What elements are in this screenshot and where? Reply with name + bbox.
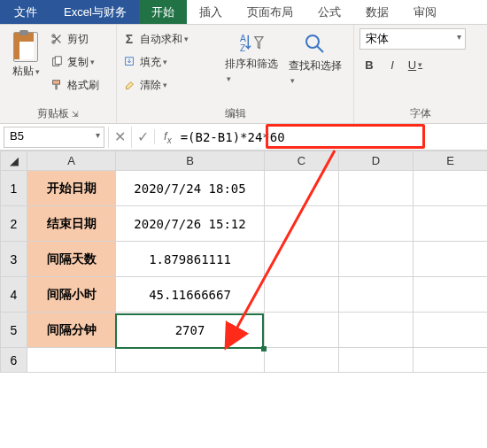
name-box[interactable]: B5 bbox=[4, 127, 104, 148]
cancel-formula-button[interactable]: ✕ bbox=[108, 127, 131, 148]
cell[interactable] bbox=[116, 348, 265, 373]
group-label-editing: 编辑 bbox=[117, 105, 353, 123]
cell[interactable] bbox=[265, 277, 339, 313]
cell[interactable] bbox=[339, 206, 414, 242]
cell-B2[interactable]: 2020/7/26 15:12 bbox=[116, 206, 265, 242]
row-header[interactable]: 3 bbox=[1, 242, 27, 277]
magnifier-icon bbox=[303, 32, 328, 57]
cell[interactable] bbox=[265, 242, 339, 277]
cell-A2[interactable]: 结束日期 bbox=[27, 206, 116, 242]
cell-B4[interactable]: 45.11666667 bbox=[116, 277, 265, 313]
row-header[interactable]: 6 bbox=[1, 348, 27, 373]
cell[interactable] bbox=[414, 206, 488, 242]
tab-insert[interactable]: 插入 bbox=[187, 0, 235, 24]
italic-button[interactable]: I bbox=[383, 55, 402, 74]
find-select-button[interactable]: 查找和选择▾ bbox=[283, 28, 347, 105]
svg-text:Z: Z bbox=[240, 43, 245, 53]
cell[interactable] bbox=[339, 242, 414, 277]
svg-rect-3 bbox=[55, 57, 61, 65]
fill-handle[interactable] bbox=[261, 346, 267, 351]
format-painter-button[interactable]: 格式刷 bbox=[50, 74, 99, 96]
tab-data[interactable]: 数据 bbox=[353, 0, 401, 24]
row-header[interactable]: 4 bbox=[1, 277, 27, 313]
enter-formula-button[interactable]: ✓ bbox=[131, 127, 154, 148]
cell-A3[interactable]: 间隔天数 bbox=[27, 242, 116, 277]
cell[interactable] bbox=[265, 206, 339, 242]
cell-A5[interactable]: 间隔分钟 bbox=[27, 313, 116, 348]
autosum-button[interactable]: Σ 自动求和▾ bbox=[122, 28, 220, 50]
row-header[interactable]: 5 bbox=[1, 313, 27, 348]
font-name-combo[interactable]: 宋体 bbox=[359, 28, 466, 50]
cell-B5[interactable]: 2707 bbox=[116, 313, 265, 348]
svg-text:A: A bbox=[240, 34, 246, 43]
cell[interactable] bbox=[339, 171, 414, 206]
cell[interactable] bbox=[265, 313, 339, 348]
group-label-clipboard: 剪贴板 ⇲ bbox=[0, 105, 116, 123]
cell[interactable] bbox=[339, 348, 414, 373]
copy-button[interactable]: 复制▾ bbox=[50, 51, 99, 73]
tab-excel-finance[interactable]: Excel与财务 bbox=[51, 0, 139, 24]
sort-filter-button[interactable]: AZ 排序和筛选▾ bbox=[220, 28, 283, 105]
sigma-icon: Σ bbox=[122, 32, 136, 46]
fill-down-icon bbox=[122, 55, 136, 69]
eraser-icon bbox=[122, 78, 136, 92]
paste-icon bbox=[13, 32, 38, 62]
col-header-D[interactable]: D bbox=[339, 151, 414, 171]
underline-button[interactable]: U▾ bbox=[406, 55, 425, 74]
cell[interactable] bbox=[339, 277, 414, 313]
cell-B1[interactable]: 2020/7/24 18:05 bbox=[116, 171, 265, 206]
row-header[interactable]: 1 bbox=[1, 171, 27, 206]
cell[interactable] bbox=[414, 348, 488, 373]
row-header[interactable]: 2 bbox=[1, 206, 27, 242]
cell[interactable] bbox=[414, 277, 488, 313]
col-header-A[interactable]: A bbox=[27, 151, 116, 171]
cell[interactable] bbox=[414, 313, 488, 348]
col-header-E[interactable]: E bbox=[414, 151, 488, 171]
format-painter-icon bbox=[50, 78, 64, 92]
select-all-corner[interactable]: ◢ bbox=[1, 151, 27, 171]
cut-button[interactable]: 剪切 bbox=[50, 28, 99, 50]
cell[interactable] bbox=[27, 348, 116, 373]
cell-B3[interactable]: 1.879861111 bbox=[116, 242, 265, 277]
group-label-font: 字体 bbox=[354, 105, 487, 123]
col-header-C[interactable]: C bbox=[265, 151, 339, 171]
clear-button[interactable]: 清除▾ bbox=[122, 74, 220, 96]
cell[interactable] bbox=[339, 313, 414, 348]
formula-bar-input[interactable] bbox=[177, 127, 487, 148]
fx-icon[interactable]: fx bbox=[154, 129, 177, 145]
sort-filter-icon: AZ bbox=[238, 32, 265, 55]
tab-file[interactable]: 文件 bbox=[0, 0, 51, 24]
cell[interactable] bbox=[265, 348, 339, 373]
cell-A1[interactable]: 开始日期 bbox=[27, 171, 116, 206]
copy-icon bbox=[50, 55, 64, 69]
svg-point-9 bbox=[306, 35, 319, 48]
svg-rect-5 bbox=[55, 84, 58, 89]
scissors-icon bbox=[50, 32, 64, 46]
cell[interactable] bbox=[265, 171, 339, 206]
col-header-B[interactable]: B bbox=[116, 151, 265, 171]
fill-button[interactable]: 填充▾ bbox=[122, 51, 220, 73]
tab-review[interactable]: 审阅 bbox=[401, 0, 449, 24]
tab-page-layout[interactable]: 页面布局 bbox=[235, 0, 305, 24]
bold-button[interactable]: B bbox=[359, 55, 379, 74]
cell[interactable] bbox=[414, 242, 488, 277]
cell[interactable] bbox=[414, 171, 488, 206]
svg-rect-4 bbox=[53, 81, 60, 84]
cell-A4[interactable]: 间隔小时 bbox=[27, 277, 116, 313]
tab-home[interactable]: 开始 bbox=[139, 0, 187, 24]
paste-button[interactable]: 粘贴▾ bbox=[5, 28, 46, 105]
tab-formulas[interactable]: 公式 bbox=[305, 0, 353, 24]
